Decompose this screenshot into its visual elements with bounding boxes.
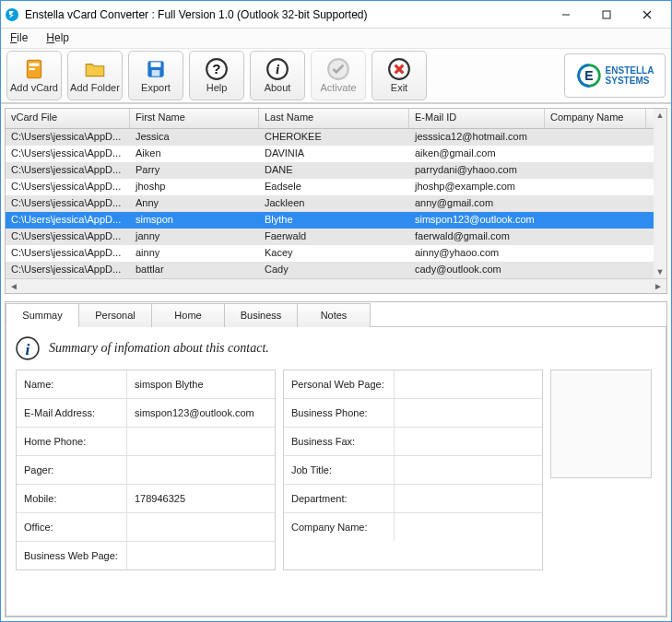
cell-file: C:\Users\jessica\AppD... (6, 195, 130, 212)
cell-email: simspon123@outlook.com (409, 212, 545, 229)
info-icon: i (265, 57, 289, 81)
label-business-fax: Business Fax: (284, 428, 395, 455)
photo-preview (550, 370, 652, 478)
activate-button[interactable]: Activate (311, 51, 366, 100)
cell-company (545, 245, 646, 262)
label-personal-web: Personal Web Page: (284, 370, 395, 398)
vertical-scrollbar[interactable]: ▲ ▼ (654, 109, 666, 278)
col-first-name[interactable]: First Name (130, 109, 259, 128)
toolbar: Add vCard Add Folder Export ? Help i Abo… (1, 49, 671, 104)
col-company[interactable]: Company Name (545, 109, 646, 128)
cell-company (545, 212, 646, 229)
scroll-right-icon[interactable]: ► (652, 281, 665, 291)
exit-button[interactable]: Exit (371, 51, 427, 100)
col-email[interactable]: E-Mail ID (409, 109, 545, 128)
value-pager (127, 456, 275, 484)
table-row[interactable]: C:\Users\jessica\AppD...AikenDAVINIAaike… (6, 146, 666, 162)
brand-logo: E ENSTELLASYSTEMS (564, 53, 666, 98)
save-icon (144, 57, 168, 81)
cell-first: Anny (130, 195, 259, 212)
minimize-button[interactable] (546, 1, 586, 29)
cell-file: C:\Users\jessica\AppD... (6, 129, 130, 146)
scroll-up-icon[interactable]: ▲ (654, 109, 666, 122)
label-department: Department: (284, 485, 395, 512)
table-row[interactable]: C:\Users\jessica\AppD...ainnyKaceyainny@… (6, 245, 666, 262)
maximize-button[interactable] (586, 1, 627, 29)
scroll-left-icon[interactable]: ◄ (7, 281, 20, 291)
cell-email: parrydani@yhaoo.com (409, 162, 545, 179)
col-last-name[interactable]: Last Name (259, 109, 409, 128)
detail-tabs: Summay Personal Home Business Notes i Su… (5, 301, 667, 617)
tab-notes[interactable]: Notes (297, 303, 371, 327)
svg-text:E: E (584, 68, 593, 83)
summary-panel: i Summary of infomation about this conta… (6, 326, 666, 616)
table-row[interactable]: C:\Users\jessica\AppD...AnnyJackleenanny… (6, 195, 666, 212)
cell-company (545, 195, 646, 212)
grid-body: C:\Users\jessica\AppD...JessicaCHEROKEEj… (6, 129, 666, 278)
add-folder-button[interactable]: Add Folder (67, 51, 123, 100)
table-row[interactable]: C:\Users\jessica\AppD...JessicaCHEROKEEj… (6, 129, 666, 146)
scroll-down-icon[interactable]: ▼ (654, 265, 666, 278)
cell-company (545, 229, 646, 245)
cell-file: C:\Users\jessica\AppD... (6, 162, 130, 179)
table-row[interactable]: C:\Users\jessica\AppD...jannyFaerwaldfae… (6, 229, 666, 245)
help-icon: ? (205, 57, 229, 81)
table-row[interactable]: C:\Users\jessica\AppD...simsponBlythesim… (6, 212, 666, 229)
cell-first: Jessica (130, 129, 259, 146)
summary-heading: i Summary of infomation about this conta… (16, 336, 656, 360)
cell-file: C:\Users\jessica\AppD... (6, 179, 130, 195)
col-vcard-file[interactable]: vCard File (6, 109, 130, 128)
table-row[interactable]: C:\Users\jessica\AppD...jhoshpEadselejho… (6, 179, 666, 195)
cell-first: Parry (130, 162, 259, 179)
cell-file: C:\Users\jessica\AppD... (6, 212, 130, 229)
app-icon (5, 7, 19, 22)
cell-file: C:\Users\jessica\AppD... (6, 229, 130, 245)
cell-first: simspon (130, 212, 259, 229)
cell-first: Aiken (130, 146, 259, 162)
label-office: Office: (17, 513, 127, 541)
check-icon (326, 57, 350, 81)
value-business-fax (395, 428, 542, 455)
svg-rect-7 (29, 68, 35, 70)
value-email: simspon123@outlook.com (127, 399, 275, 427)
tab-business[interactable]: Business (224, 303, 298, 327)
menu-help[interactable]: Help (42, 29, 73, 46)
horizontal-scrollbar[interactable]: ◄ ► (6, 278, 666, 293)
cell-company (545, 262, 646, 278)
about-button[interactable]: i About (250, 51, 305, 100)
value-personal-web (395, 370, 542, 398)
window-title: Enstella vCard Converter : Full Version … (25, 8, 546, 21)
table-row[interactable]: C:\Users\jessica\AppD...ParryDANEparryda… (6, 162, 666, 179)
cell-company (545, 162, 646, 179)
cell-last: CHEROKEE (259, 129, 409, 146)
add-vcard-button[interactable]: Add vCard (6, 51, 62, 100)
label-pager: Pager: (17, 456, 127, 484)
cell-company (545, 146, 646, 162)
value-home-phone (127, 428, 275, 455)
cell-company (545, 179, 646, 195)
cell-first: jhoshp (130, 179, 259, 195)
cell-first: ainny (130, 245, 259, 262)
menu-file[interactable]: File (6, 29, 31, 46)
summary-left-column: Name:simspon Blythe E-Mail Address:simsp… (16, 370, 276, 570)
close-button[interactable] (627, 1, 667, 29)
tab-personal[interactable]: Personal (78, 303, 152, 327)
value-business-web (127, 542, 275, 569)
tab-home[interactable]: Home (151, 303, 225, 327)
label-home-phone: Home Phone: (17, 428, 127, 455)
enstella-icon: E (576, 63, 602, 88)
menubar: File Help (1, 29, 671, 49)
contacts-grid: vCard File First Name Last Name E-Mail I… (5, 108, 667, 294)
table-row[interactable]: C:\Users\jessica\AppD...battlarCadycady@… (6, 262, 666, 278)
help-button[interactable]: ? Help (189, 51, 244, 100)
export-button[interactable]: Export (128, 51, 183, 100)
tab-summary[interactable]: Summay (6, 303, 79, 327)
label-business-phone: Business Phone: (284, 399, 395, 427)
label-business-web: Business Web Page: (17, 542, 127, 569)
value-office (127, 513, 275, 541)
value-company-name (395, 513, 542, 541)
cell-last: Kacey (259, 245, 409, 262)
cell-last: DAVINIA (259, 146, 409, 162)
value-department (395, 485, 542, 512)
info-icon: i (16, 336, 40, 360)
